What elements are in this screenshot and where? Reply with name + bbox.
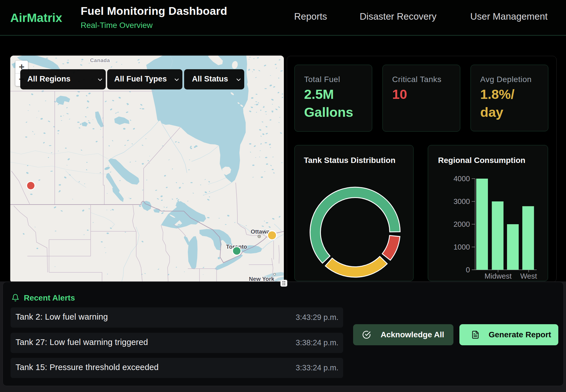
svg-text:Canada: Canada bbox=[90, 57, 110, 63]
svg-text:New York: New York bbox=[249, 276, 274, 282]
svg-text:0: 0 bbox=[466, 266, 470, 274]
svg-text:Midwest: Midwest bbox=[484, 272, 512, 280]
svg-text:1000: 1000 bbox=[453, 243, 470, 251]
svg-text:West: West bbox=[520, 272, 538, 280]
svg-text:3000: 3000 bbox=[453, 197, 470, 206]
svg-text:4000: 4000 bbox=[453, 174, 470, 183]
svg-text:2000: 2000 bbox=[453, 220, 470, 228]
svg-text:Ottawa: Ottawa bbox=[251, 228, 270, 235]
